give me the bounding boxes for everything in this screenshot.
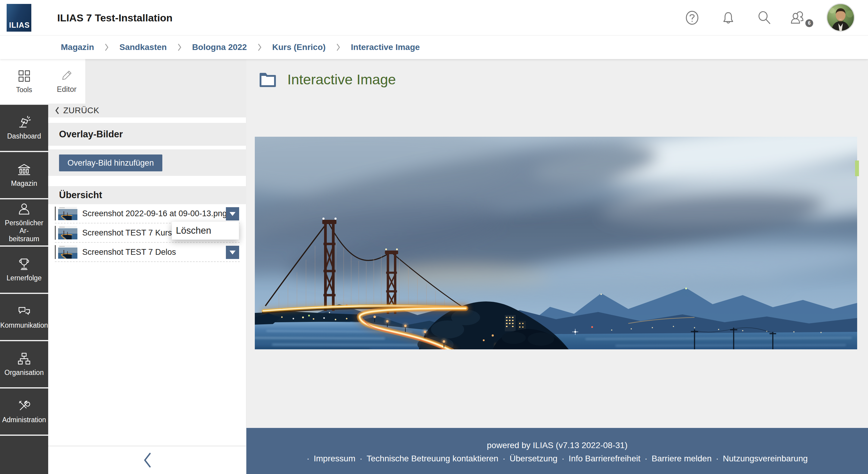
dropdown-menu: Löschen	[172, 221, 239, 240]
sidebar-item-kommunikation[interactable]: Kommunikation	[0, 294, 48, 340]
ilias-logo-text: ILIAS	[9, 21, 30, 30]
item-actions-dropdown-button[interactable]	[226, 246, 239, 259]
footer-separator: ·	[503, 454, 505, 464]
back-button[interactable]: ZURÜCK	[48, 104, 246, 118]
breadcrumb-interactive-image[interactable]: Interactive Image	[351, 42, 420, 52]
online-users-button[interactable]	[790, 10, 805, 26]
overlay-item-label: Screenshot TEST 7 Delos	[82, 248, 176, 257]
ilias-app: ILIAS ILIAS 7 Test-Installation	[0, 0, 868, 474]
overlay-marker[interactable]	[855, 160, 859, 176]
online-users-count-badge: 6	[805, 19, 813, 27]
page-footer: powered by ILIAS (v7.13 2022-08-31) · Im…	[246, 428, 868, 474]
breadcrumb-kurs-enrico[interactable]: Kurs (Enrico)	[272, 42, 326, 52]
search-icon	[756, 10, 772, 26]
breadcrumb-magazin[interactable]: Magazin	[61, 42, 94, 52]
folder-icon	[258, 70, 277, 89]
list-item: Screenshot 2022-09-16 at 09-00-13.png	[55, 204, 240, 223]
sidebar-item-organisation[interactable]: Organisation	[0, 341, 48, 387]
bank-icon	[17, 163, 31, 177]
footer-separator: ·	[307, 454, 309, 464]
list-header-strip: Übersicht	[48, 186, 246, 204]
footer-separator: ·	[645, 454, 647, 464]
content-title-row: Interactive Image	[258, 70, 396, 89]
main-sidebar: Tools Dashboard Magazin Persönlicher Ar-…	[0, 59, 48, 474]
breadcrumb-sandkasten[interactable]: Sandkasten	[119, 42, 166, 52]
list-item: Screenshot TEST 7 Delos	[55, 243, 240, 262]
overlay-thumbnail	[58, 226, 78, 240]
sidebar-item-label: Kommunikation	[0, 321, 49, 329]
sidebar-item-administration[interactable]: Administration	[0, 388, 48, 435]
editor-slate-panel: Editor ZURÜCK Overlay-Bilder Overlay-Bil…	[48, 59, 246, 474]
sidebar-item-lernerfolge[interactable]: Lernerfolge	[0, 247, 48, 293]
tab-editor[interactable]: Editor	[48, 59, 85, 104]
powered-by-text: powered by ILIAS (v7.13 2022-08-31)	[246, 441, 868, 450]
trophy-icon	[17, 257, 31, 271]
user-avatar[interactable]	[827, 3, 855, 32]
breadcrumb-bologna-2022[interactable]: Bologna 2022	[192, 42, 247, 52]
interactive-image-photo[interactable]	[255, 137, 857, 349]
footer-link-impressum[interactable]: Impressum	[314, 454, 355, 464]
crossed-tools-icon	[17, 399, 31, 413]
sidebar-filler	[0, 436, 48, 474]
search-button[interactable]	[756, 10, 772, 26]
chevron-right-icon	[177, 43, 182, 52]
drag-handle[interactable]	[55, 245, 56, 259]
overlay-thumbnail	[58, 245, 78, 259]
footer-link-uebersetzung[interactable]: Übersetzung	[509, 454, 557, 464]
chevron-left-icon	[143, 452, 152, 468]
footer-link-barriere-melden[interactable]: Barriere melden	[652, 454, 712, 464]
footer-link-info-barrierefreiheit[interactable]: Info Barrierefreiheit	[569, 454, 640, 464]
sidebar-item-tools[interactable]: Tools	[0, 59, 48, 104]
caret-down-icon	[229, 212, 236, 216]
sidebar-item-label: Magazin	[10, 180, 38, 187]
footer-link-technische-betreuung[interactable]: Technische Betreuung kontaktieren	[367, 454, 498, 464]
sidebar-item-label: Persönlicher Ar- beitsraum	[0, 219, 48, 243]
page-title: Interactive Image	[287, 71, 396, 88]
footer-separator: ·	[562, 454, 564, 464]
sidebar-item-label: Administration	[1, 416, 47, 424]
caret-down-icon	[229, 251, 236, 254]
sidebar-item-persoenlicher-arbeitsraum[interactable]: Persönlicher Ar- beitsraum	[0, 199, 48, 246]
footer-links: · Impressum · Technische Betreuung konta…	[246, 454, 868, 464]
sidebar-item-label: Tools	[15, 86, 33, 94]
installation-title: ILIAS 7 Test-Installation	[57, 0, 173, 35]
bell-icon	[720, 10, 736, 26]
grid-icon	[17, 69, 31, 83]
sidebar-item-magazin[interactable]: Magazin	[0, 152, 48, 198]
item-actions-dropdown-button[interactable]	[226, 207, 239, 220]
list-title: Übersicht	[59, 190, 102, 200]
menu-item-delete[interactable]: Löschen	[176, 225, 211, 236]
footer-separator: ·	[716, 454, 719, 464]
tab-editor-label: Editor	[57, 85, 76, 94]
overlay-item-label: Screenshot 2022-09-16 at 09-00-13.png	[82, 209, 227, 218]
app-header: ILIAS ILIAS 7 Test-Installation	[0, 0, 868, 35]
panel-divider	[48, 446, 246, 446]
sidebar-item-label: Organisation	[3, 369, 45, 376]
footer-link-nutzungsvereinbarung[interactable]: Nutzungsvereinbarung	[723, 454, 808, 464]
drag-handle[interactable]	[55, 207, 56, 220]
sidebar-item-label: Dashboard	[6, 132, 42, 140]
add-overlay-section: Overlay-Bild hinzufügen	[48, 149, 246, 176]
ilias-logo[interactable]: ILIAS	[7, 4, 31, 32]
bridge-photo	[255, 137, 857, 349]
chat-bubbles-icon	[17, 305, 31, 318]
org-chart-icon	[17, 352, 31, 366]
person-icon	[17, 202, 31, 216]
footer-separator: ·	[360, 454, 362, 464]
sidebar-item-dashboard[interactable]: Dashboard	[0, 105, 48, 151]
collapse-panel-button[interactable]	[141, 452, 154, 468]
drag-handle[interactable]	[55, 226, 56, 240]
panel-title-strip: Overlay-Bilder	[48, 123, 246, 146]
add-overlay-image-button[interactable]: Overlay-Bild hinzufügen	[59, 155, 162, 171]
chevron-right-icon	[104, 43, 109, 52]
desk-lamp-icon	[17, 115, 31, 129]
help-icon	[684, 10, 700, 26]
overlay-thumbnail	[58, 207, 78, 220]
panel-title: Overlay-Bilder	[59, 129, 123, 140]
notifications-button[interactable]	[720, 10, 736, 26]
online-users-icon	[790, 10, 805, 26]
help-button[interactable]	[684, 10, 700, 26]
avatar-photo	[827, 4, 854, 31]
chevron-left-icon	[55, 106, 60, 115]
chevron-right-icon	[257, 43, 262, 52]
